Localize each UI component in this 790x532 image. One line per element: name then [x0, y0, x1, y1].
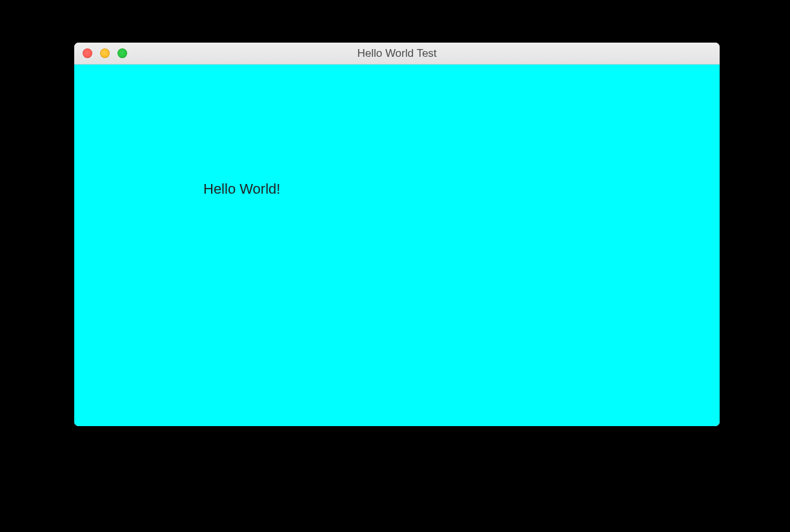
window-content-area: Hello World!: [74, 65, 720, 426]
window-title: Hello World Test: [74, 47, 720, 60]
hello-world-label: Hello World!: [203, 181, 280, 198]
application-window: Hello World Test Hello World!: [74, 43, 720, 426]
close-window-button[interactable]: [83, 48, 92, 58]
traffic-lights: [74, 48, 127, 58]
window-titlebar[interactable]: Hello World Test: [74, 43, 720, 65]
minimize-window-button[interactable]: [100, 48, 110, 58]
maximize-window-button[interactable]: [117, 48, 127, 58]
